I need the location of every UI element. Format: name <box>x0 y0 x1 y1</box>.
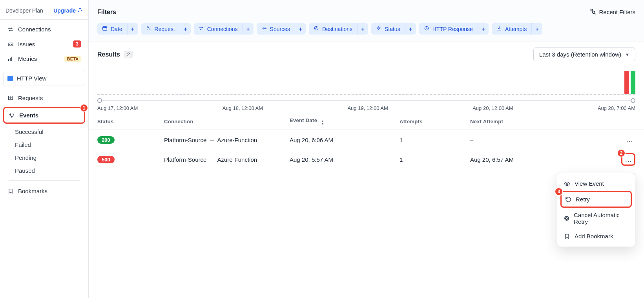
chip-label: Request <box>155 26 175 32</box>
filter-chip-destinations[interactable]: Destinations <box>309 23 357 35</box>
row-more-button[interactable]: 2… <box>621 153 635 166</box>
bookmark-icon <box>7 188 14 194</box>
svg-rect-3 <box>11 57 12 61</box>
chart-bar-successful <box>631 71 635 94</box>
chip-label: Date <box>111 26 122 32</box>
nav-events-pending[interactable]: Pending <box>3 151 85 164</box>
filters-bar: Filters Recent Filters Date+Request+Conn… <box>89 0 644 42</box>
chip-label: Sources <box>270 26 290 32</box>
upgrade-link[interactable]: Upgrade <box>53 7 83 14</box>
svg-point-8 <box>147 27 148 28</box>
filter-chip-status-add[interactable]: + <box>405 23 416 35</box>
eye-icon <box>564 181 571 187</box>
timeline-tick: Aug 17, 12:00 AM <box>97 105 138 111</box>
col-status[interactable]: Status <box>97 119 164 124</box>
col-event-date[interactable]: Event Date ▲▼ <box>290 117 400 125</box>
bookmark-icon <box>564 233 571 239</box>
cell-next-attempt: – <box>470 137 604 143</box>
filter-chip-request-add[interactable]: + <box>180 23 191 35</box>
filter-chip-date[interactable]: Date <box>97 23 127 35</box>
filter-chip-sources[interactable]: Sources <box>257 23 295 35</box>
ctx-view-event[interactable]: View Event <box>560 176 632 191</box>
svg-point-13 <box>566 183 568 185</box>
slider-handle-left[interactable] <box>97 98 102 103</box>
table-row[interactable]: 200Platform-Source→Azure-FunctionAug 20,… <box>89 130 644 150</box>
filter-chip-sources-add[interactable]: + <box>295 23 306 35</box>
chart-bars <box>97 67 635 95</box>
sidebar: Developer Plan Upgrade Connections Issue… <box>0 0 89 298</box>
status-pill: 200 <box>97 136 115 144</box>
nav-issues[interactable]: Issues 3 <box>3 37 85 51</box>
col-attempts[interactable]: Attempts <box>400 119 470 124</box>
filter-chip-attempts-add[interactable]: + <box>531 23 542 35</box>
chart-range-slider[interactable] <box>97 97 635 104</box>
timeline-tick: Aug 20, 12:00 AM <box>473 105 513 111</box>
filter-chip-connections-add[interactable]: + <box>243 23 254 35</box>
slider-handle-right[interactable] <box>631 98 635 103</box>
recent-filters-button[interactable]: Recent Filters <box>589 8 635 16</box>
plan-row: Developer Plan Upgrade <box>0 3 88 20</box>
attempts-icon <box>496 26 502 32</box>
filter-chip-http-response-add[interactable]: + <box>478 23 489 35</box>
cell-attempts: 1 <box>400 137 470 143</box>
filter-chip-connections[interactable]: Connections <box>194 23 243 35</box>
filter-chip-destinations-add[interactable]: + <box>357 23 368 35</box>
nav-events-failed[interactable]: Failed <box>3 138 85 151</box>
status-pill: 500 <box>97 156 115 163</box>
nav-bookmarks[interactable]: Bookmarks <box>3 184 85 198</box>
nav-requests[interactable]: Requests <box>3 91 85 105</box>
time-range-dropdown[interactable]: Last 3 days (Retention window) ▼ <box>533 48 635 61</box>
svg-rect-1 <box>8 59 9 61</box>
recent-filters-label: Recent Filters <box>599 9 635 15</box>
col-connection[interactable]: Connection <box>164 119 290 124</box>
nav-connections[interactable]: Connections <box>3 22 85 37</box>
nav-http-view[interactable]: HTTP View <box>3 71 85 86</box>
filter-chip-status[interactable]: Status <box>371 23 405 35</box>
ctx-label: Cancel Automatic Retry <box>574 212 629 225</box>
filter-chip-date-add[interactable]: + <box>127 23 138 35</box>
beta-badge: BETA <box>64 56 81 62</box>
col-next-attempt[interactable]: Next Attempt <box>470 119 604 124</box>
chip-label: Destinations <box>322 26 352 32</box>
timeline-chart <box>89 67 644 104</box>
filter-chip-http-response[interactable]: HTTP Response <box>419 23 478 35</box>
results-title: Results <box>97 51 120 58</box>
connections-icon <box>199 26 204 32</box>
svg-rect-7 <box>103 27 107 28</box>
cell-connection: Platform-Source→Azure-Function <box>164 137 290 143</box>
svg-point-11 <box>316 27 317 29</box>
annotation-3: 3 <box>555 187 563 196</box>
nav-metrics[interactable]: Metrics BETA <box>3 51 85 66</box>
svg-rect-2 <box>10 58 11 61</box>
time-range-label: Last 3 days (Retention window) <box>539 51 621 58</box>
nav-label: Connections <box>18 26 51 33</box>
timeline-tick: Aug 20, 7:00 AM <box>598 105 635 111</box>
cell-event-date: Aug 20, 6:06 AM <box>290 137 400 143</box>
results-bar: Results 2 Last 3 days (Retention window)… <box>89 42 644 67</box>
nav-label: Bookmarks <box>18 188 47 194</box>
upgrade-label: Upgrade <box>53 7 76 14</box>
cell-attempts: 1 <box>400 156 470 163</box>
filter-chip-request[interactable]: Request <box>141 23 180 35</box>
chip-label: Status <box>385 26 400 32</box>
row-more-button[interactable]: … <box>624 135 635 145</box>
ctx-label: Retry <box>576 196 590 203</box>
ctx-retry[interactable]: 3 Retry <box>560 191 632 208</box>
chip-label: HTTP Response <box>432 26 473 32</box>
nav-events-paused[interactable]: Paused <box>3 164 85 177</box>
row-context-menu: View Event 3 Retry Cancel Automatic Retr… <box>557 173 635 247</box>
filters-title: Filters <box>97 9 116 16</box>
nav-events-successful[interactable]: Successful <box>3 125 85 138</box>
http-response-icon <box>424 26 429 32</box>
nav-label: Events <box>19 112 38 119</box>
sort-icon: ▲▼ <box>321 120 324 125</box>
table-header: Status Connection Event Date ▲▼ Attempts… <box>89 113 644 130</box>
ctx-cancel-auto-retry[interactable]: Cancel Automatic Retry <box>560 208 632 229</box>
table-row[interactable]: 500Platform-Source→Azure-FunctionAug 20,… <box>89 150 644 169</box>
filter-chip-attempts[interactable]: Attempts <box>492 23 531 35</box>
date-icon <box>102 26 108 32</box>
nav-events[interactable]: Events 1 <box>3 107 85 124</box>
ctx-add-bookmark[interactable]: Add Bookmark <box>560 229 632 243</box>
chip-label: Connections <box>207 26 238 32</box>
plan-label: Developer Plan <box>5 7 43 14</box>
